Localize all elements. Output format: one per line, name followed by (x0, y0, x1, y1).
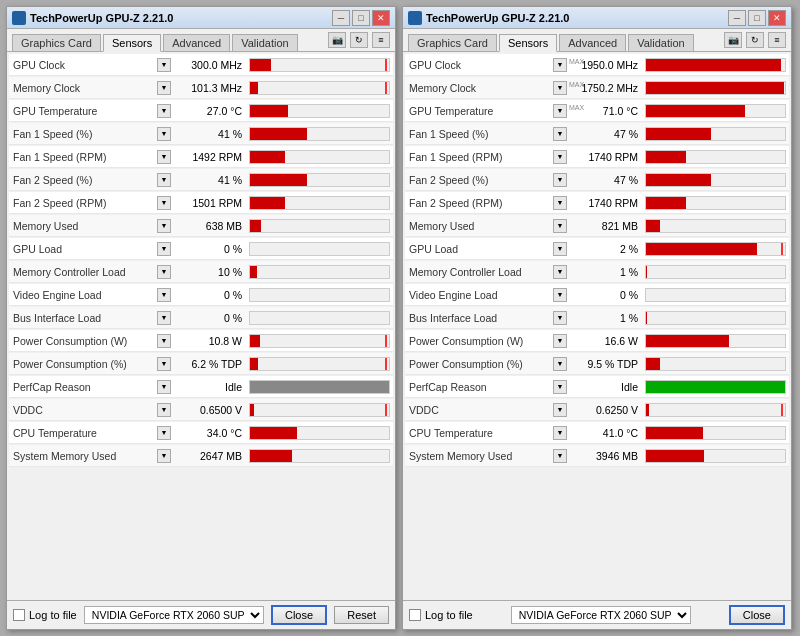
sensor-row: Memory Controller Load▼10 % (9, 261, 393, 283)
tab-graphics-card[interactable]: Graphics Card (12, 34, 101, 51)
minimize-button[interactable]: ─ (332, 10, 350, 26)
gpu-select[interactable]: NVIDIA GeForce RTX 2060 SUPER (84, 606, 264, 624)
sensor-dropdown-button[interactable]: ▼ (553, 357, 567, 371)
sensor-dropdown-button[interactable]: ▼ (157, 150, 171, 164)
camera-icon-button[interactable]: 📷 (724, 32, 742, 48)
sensor-dropdown-button[interactable]: ▼ (553, 173, 567, 187)
menu-icon-button[interactable]: ≡ (768, 32, 786, 48)
sensor-dropdown-button[interactable]: ▼ (553, 380, 567, 394)
sensor-dropdown-button[interactable]: ▼ (157, 288, 171, 302)
sensor-dropdown-button[interactable]: ▼ (553, 104, 567, 118)
sensor-dropdown-button[interactable]: ▼ (157, 449, 171, 463)
tab-sensors[interactable]: Sensors (499, 34, 557, 52)
minimize-button[interactable]: ─ (728, 10, 746, 26)
sensor-value-text: 47 % (614, 128, 638, 140)
tab-validation[interactable]: Validation (232, 34, 298, 51)
sensor-dropdown-button[interactable]: ▼ (157, 380, 171, 394)
sensor-bar-container (645, 357, 786, 371)
sensor-dropdown-button[interactable]: ▼ (157, 104, 171, 118)
max-badge: MAX (569, 104, 584, 111)
sensor-name-label: Memory Controller Load (405, 266, 553, 278)
sensor-value: 10 % (174, 266, 246, 278)
sensor-dropdown-button[interactable]: ▼ (157, 311, 171, 325)
tab-advanced[interactable]: Advanced (163, 34, 230, 51)
sensor-dropdown-button[interactable]: ▼ (553, 81, 567, 95)
log-to-file-checkbox[interactable] (13, 609, 25, 621)
sensor-dropdown-button[interactable]: ▼ (157, 58, 171, 72)
window-title: TechPowerUp GPU-Z 2.21.0 (30, 12, 173, 24)
reset-button[interactable]: Reset (334, 606, 389, 624)
sensor-dropdown-button[interactable]: ▼ (553, 196, 567, 210)
tab-sensors[interactable]: Sensors (103, 34, 161, 52)
sensor-dropdown-button[interactable]: ▼ (553, 288, 567, 302)
refresh-icon-button[interactable]: ↻ (350, 32, 368, 48)
sensor-dropdown-button[interactable]: ▼ (553, 426, 567, 440)
sensor-bar-container (249, 127, 390, 141)
sensor-bar-container (645, 426, 786, 440)
sensor-dropdown-button[interactable]: ▼ (157, 357, 171, 371)
sensor-dropdown-button[interactable]: ▼ (157, 403, 171, 417)
sensor-bar (250, 335, 260, 347)
close-window-button[interactable]: ✕ (372, 10, 390, 26)
sensor-dropdown-button[interactable]: ▼ (553, 449, 567, 463)
sensor-bar (646, 128, 711, 140)
sensor-bar (250, 220, 261, 232)
sensor-value-text: 1501 RPM (192, 197, 242, 209)
sensor-dropdown-button[interactable]: ▼ (157, 334, 171, 348)
sensor-dropdown-button[interactable]: ▼ (553, 265, 567, 279)
sensor-dropdown-button[interactable]: ▼ (157, 173, 171, 187)
sensor-bar (646, 243, 757, 255)
sensor-value-text: 41.0 °C (603, 427, 638, 439)
sensor-dropdown-button[interactable]: ▼ (553, 403, 567, 417)
sensor-bar (646, 197, 686, 209)
sensor-dropdown-button[interactable]: ▼ (553, 150, 567, 164)
sensor-value-text: Idle (225, 381, 242, 393)
sensor-bar (250, 266, 257, 278)
camera-icon-button[interactable]: 📷 (328, 32, 346, 48)
sensor-name-label: PerfCap Reason (405, 381, 553, 393)
sensor-row: Fan 1 Speed (RPM)▼1492 RPM (9, 146, 393, 168)
footer-actions: Reset (334, 606, 389, 624)
sensor-row: CPU Temperature▼34.0 °C (9, 422, 393, 444)
sensor-value-text: 27.0 °C (207, 105, 242, 117)
refresh-icon-button[interactable]: ↻ (746, 32, 764, 48)
sensor-dropdown-button[interactable]: ▼ (157, 127, 171, 141)
close-button[interactable]: Close (729, 605, 785, 625)
maximize-button[interactable]: □ (352, 10, 370, 26)
log-to-file-label: Log to file (29, 609, 77, 621)
sensor-bar-container (645, 173, 786, 187)
sensor-value-text: 6.2 % TDP (191, 358, 242, 370)
sensor-dropdown-button[interactable]: ▼ (157, 426, 171, 440)
sensor-dropdown-button[interactable]: ▼ (553, 311, 567, 325)
sensor-bar-spike (385, 82, 387, 94)
close-button[interactable]: Close (271, 605, 327, 625)
sensor-bar-container (645, 242, 786, 256)
sensor-row: Memory Clock▼MAX1750.2 MHz (405, 77, 789, 99)
sensor-bar-container (249, 426, 390, 440)
sensor-dropdown-button[interactable]: ▼ (553, 334, 567, 348)
sensor-row: Fan 2 Speed (RPM)▼1740 RPM (405, 192, 789, 214)
sensor-dropdown-button[interactable]: ▼ (157, 196, 171, 210)
sensor-dropdown-button[interactable]: ▼ (553, 58, 567, 72)
sensor-bar-container (645, 265, 786, 279)
sensor-dropdown-button[interactable]: ▼ (157, 219, 171, 233)
sensor-dropdown-button[interactable]: ▼ (553, 242, 567, 256)
sensor-value: 41 % (174, 174, 246, 186)
sensor-value-text: 0 % (224, 243, 242, 255)
tab-advanced[interactable]: Advanced (559, 34, 626, 51)
sensor-bar-spike (385, 404, 387, 416)
sensor-dropdown-button[interactable]: ▼ (157, 265, 171, 279)
sensor-dropdown-button[interactable]: ▼ (553, 219, 567, 233)
menu-icon-button[interactable]: ≡ (372, 32, 390, 48)
log-to-file-checkbox[interactable] (409, 609, 421, 621)
maximize-button[interactable]: □ (748, 10, 766, 26)
sensor-name-label: GPU Clock (405, 59, 553, 71)
sensor-dropdown-button[interactable]: ▼ (553, 127, 567, 141)
close-window-button[interactable]: ✕ (768, 10, 786, 26)
sensor-bar-container (645, 288, 786, 302)
tab-graphics-card[interactable]: Graphics Card (408, 34, 497, 51)
tab-validation[interactable]: Validation (628, 34, 694, 51)
sensor-dropdown-button[interactable]: ▼ (157, 81, 171, 95)
gpu-select[interactable]: NVIDIA GeForce RTX 2060 SUPER (511, 606, 691, 624)
sensor-dropdown-button[interactable]: ▼ (157, 242, 171, 256)
